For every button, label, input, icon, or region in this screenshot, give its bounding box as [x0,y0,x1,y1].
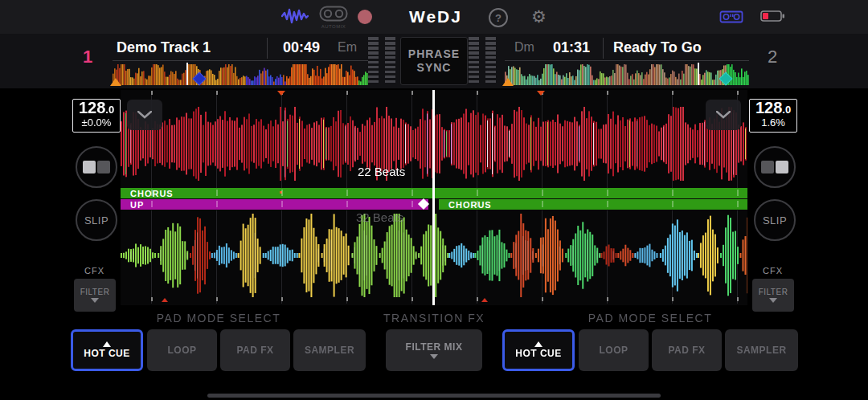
chevron-down-icon [91,298,99,303]
deck1-cfx-label: CFX [84,266,104,276]
deck2-cfx-filter-button[interactable]: FILTER [752,279,794,312]
deck2-cfx-label: CFX [763,266,783,276]
phrase-bar-tick [346,190,348,196]
deck-select-right-square [97,161,110,173]
deck1-phrase-label: CHORUS [121,189,174,198]
deck1-collapse-chevron-button[interactable] [127,100,162,130]
deck1-number: 1 [83,47,92,67]
deck2-pad-loop-button[interactable]: LOOP [579,329,649,371]
phrase-bar-tick [151,190,153,196]
transition-fx-label: TRANSITION FX [383,312,485,324]
triangle-up-icon [103,341,111,347]
phrase-sync-button[interactable]: PHRASE SYNC [400,37,468,85]
deck1-cue-marker [110,78,121,86]
deck2-slip-label: SLIP [763,214,787,227]
deck1-bpm: 128 [79,99,105,116]
deck2-collapse-chevron-button[interactable] [706,100,741,130]
top-bar: AUTOMIX WeDJ ? ⚙ [0,0,868,34]
phrase-bar-tick [281,190,283,196]
deck1-track-title[interactable]: Demo Track 1 [117,39,211,56]
deck2-cue-marker-bottom [162,298,168,302]
divider [113,60,368,61]
phrase-bar-tick [411,201,413,207]
home-indicator [207,394,661,398]
deck1-cue-marker-top [537,91,545,96]
settings-gear-icon[interactable]: ⚙ [531,8,547,25]
deck2-deck-select-toggle[interactable] [754,146,796,188]
deck2-number: 2 [768,47,777,67]
deck1-filter-label: FILTER [80,288,110,296]
deck1-pad-hot-cue-button[interactable]: HOT CUE [71,329,143,371]
deck1-slip-button[interactable]: SLIP [76,199,117,241]
deck2-bpm-display[interactable]: 128.0 1.6% [749,99,797,133]
phrase-bar-tick [216,201,218,207]
deck2-pad-mode-select-label: PAD MODE SELECT [588,312,713,324]
deck2-slip-button[interactable]: SLIP [754,199,796,241]
filter-mix-label: FILTER MIX [406,341,463,353]
deck2-pad-hot-cue-button[interactable]: HOT CUE [502,329,575,371]
battery-icon [760,10,785,26]
deck2-time[interactable]: 01:31 [553,39,590,56]
main-waveform-panel: CHORUS UP CHORUS 22 Beats 32 Beats [121,90,747,305]
deck1-pad-loop-button[interactable]: LOOP [147,329,217,371]
phrase-bar-tick [216,190,218,196]
deck2-level-meter [485,37,496,84]
phrase-bar-tick [672,201,674,207]
deck2-track-title[interactable]: Ready To Go [613,39,702,56]
app-title: WeDJ [409,7,462,27]
deck1-pad-fx-button[interactable]: PAD FX [220,329,290,371]
deck2-phrase-past-label: UP [121,200,144,210]
deck1-pad-mode-select-label: PAD MODE SELECT [157,312,281,324]
deck1-bpm-frac: .0 [105,104,114,116]
deck2-phrase-bar-chorus: CHORUS [439,199,747,210]
phrase-sync-line1: PHRASE [408,47,460,61]
deck2-cue-marker-bottom [481,298,488,302]
deck1-overview-waveform[interactable] [113,63,368,85]
phrase-bar-tick [542,201,543,207]
controller-icon[interactable] [719,9,743,25]
automix-icon[interactable]: AUTOMIX [319,6,348,29]
deck2-beats-count: 32 Beats [356,210,403,224]
deck2-phrase-label: CHORUS [439,200,492,210]
deck1-bpm-display[interactable]: 128.0 ±0.0% [72,99,121,133]
deck2-hot-cue-label: HOT CUE [515,348,562,359]
deck2-level-meter [469,37,479,84]
deck-select-left-square [761,161,774,173]
chevron-down-icon [430,354,438,359]
deck-select-left-square [83,161,96,173]
phrase-sync-line2: SYNC [417,61,452,75]
deck1-pad-sampler-button[interactable]: SAMPLER [293,329,366,371]
phrase-bar-tick [151,201,153,207]
deck1-pad-fx-label: PAD FX [236,345,273,356]
triangle-up-icon [534,341,542,347]
phrase-bar-tick [542,190,543,196]
deck2-pad-sampler-button[interactable]: SAMPLER [725,329,798,371]
deck1-deck-select-toggle[interactable] [76,146,117,188]
chevron-down-icon [716,111,731,119]
deck1-cue-marker-top [277,91,285,96]
playhead-line [432,90,435,305]
automix-caption: AUTOMIX [319,24,348,29]
deck2-cue-marker [502,78,514,86]
deck-select-right-square [776,161,788,173]
divider [603,38,604,59]
phrase-bar-tick [737,201,739,207]
deck1-time[interactable]: 00:49 [283,39,320,56]
deck2-pad-fx-button[interactable]: PAD FX [652,329,722,371]
deck1-cfx-filter-button[interactable]: FILTER [74,279,116,312]
waveform-display-toggle-icon[interactable] [281,6,309,26]
phrase-bar-tick [607,190,608,196]
record-button[interactable] [358,10,372,24]
help-icon[interactable]: ? [489,8,508,27]
transition-fx-filter-mix-button[interactable]: FILTER MIX [386,329,482,371]
deck2-bpm: 128 [755,99,782,116]
deck2-pad-fx-label: PAD FX [668,345,705,356]
deck1-beats-count: 22 Beats [358,165,405,178]
deck2-bpm-frac: .0 [782,104,791,116]
deck1-tempo: ±0.0% [73,116,120,129]
chevron-down-icon [137,111,152,119]
deck2-key: Dm [514,40,534,55]
deck1-key: Em [338,40,357,55]
deck1-loop-label: LOOP [167,345,196,356]
deck2-overview-waveform[interactable] [505,63,749,85]
